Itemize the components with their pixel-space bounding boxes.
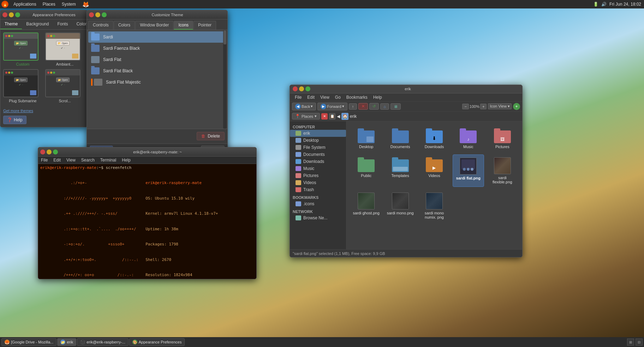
ubuntu-logo[interactable]: 🔥 bbox=[1, 1, 8, 8]
tab-theme[interactable]: Theme bbox=[0, 19, 22, 29]
ct-tab-icons[interactable]: Icons bbox=[174, 21, 193, 30]
ct-list-item-sardi[interactable]: Sardi bbox=[88, 31, 226, 43]
tab-background[interactable]: Background bbox=[22, 19, 53, 29]
taskbar-mozilla[interactable]: 🦊 [Google Drive - Mozilla... bbox=[1, 338, 56, 346]
term-menu-help[interactable]: Help bbox=[120, 157, 132, 163]
fm-zoom-in-btn[interactable]: + bbox=[480, 104, 487, 109]
taskbar-appearance[interactable]: 🎨 Appearance Preferences bbox=[129, 338, 185, 346]
terminal-min-btn[interactable] bbox=[47, 150, 52, 154]
fm-item-public[interactable]: Public bbox=[351, 154, 382, 187]
tab-fonts[interactable]: Fonts bbox=[53, 19, 72, 29]
taskbar-terminal[interactable]: ⬛ erik@erik-raspberry-... bbox=[77, 338, 129, 346]
fm-item-music[interactable]: ♪ Music bbox=[453, 126, 484, 152]
theme-ambiant[interactable]: 📂 Open ✓ · Ambiant... bbox=[45, 32, 84, 66]
fm-sidebar-trash[interactable]: Trash bbox=[290, 186, 346, 193]
ct-close-btn[interactable] bbox=[89, 12, 94, 17]
appearance-close-btn[interactable] bbox=[2, 12, 7, 17]
fm-sidebar-desktop[interactable]: Desktop bbox=[290, 137, 346, 144]
ct-list-item-flat[interactable]: Sardi Flat bbox=[88, 54, 226, 65]
fm-item-videos[interactable]: ▶ Videos bbox=[419, 154, 450, 187]
fm-menu-file[interactable]: File bbox=[293, 94, 304, 101]
ct-scrollbar[interactable] bbox=[223, 30, 227, 129]
taskbar-layout-btn-1[interactable]: ⊞ bbox=[627, 339, 634, 346]
fm-reload-btn[interactable]: ↺ bbox=[369, 103, 379, 110]
fm-item-documents[interactable]: Documents bbox=[384, 126, 416, 152]
fm-computer-btn[interactable]: 🖥 bbox=[390, 103, 401, 110]
system-menu[interactable]: System bbox=[59, 0, 79, 8]
term-menu-file[interactable]: File bbox=[40, 157, 49, 163]
places-dropdown[interactable]: ▾ bbox=[315, 114, 317, 118]
fm-home-btn[interactable]: ⌂ bbox=[380, 103, 389, 110]
appearance-help-btn[interactable]: ❓ Help bbox=[3, 116, 26, 124]
forward-dropdown-icon[interactable]: ▾ bbox=[342, 104, 344, 109]
fm-up-btn[interactable]: ↑ bbox=[349, 103, 357, 110]
fm-sidebar-icons[interactable]: .icons bbox=[290, 200, 346, 207]
tab-colors[interactable]: Colors bbox=[72, 19, 88, 29]
fm-menu-edit[interactable]: Edit bbox=[305, 94, 317, 101]
back-dropdown-icon[interactable]: ▾ bbox=[311, 104, 313, 109]
fm-item-pictures[interactable]: 🖼 Pictures bbox=[487, 126, 518, 152]
fm-sidebar-documents[interactable]: Documents bbox=[290, 151, 346, 158]
fm-sidebar-network[interactable]: Browse Ne... bbox=[290, 214, 346, 221]
fm-sidebar-downloads[interactable]: Downloads bbox=[290, 158, 346, 165]
ct-max-btn[interactable] bbox=[102, 12, 107, 17]
theme-custom[interactable]: 📂 Open ✓ · Custom bbox=[3, 32, 42, 66]
fm-sidebar-pictures[interactable]: Pictures bbox=[290, 172, 346, 179]
terminal-close-btn[interactable] bbox=[40, 150, 45, 154]
sidebar-network-icon bbox=[296, 215, 301, 220]
ct-tab-colors[interactable]: Colors bbox=[114, 21, 135, 30]
firefox-launcher[interactable]: 🦊 bbox=[79, 0, 92, 8]
fm-sidebar-videos[interactable]: Videos bbox=[290, 179, 346, 186]
fm-min-btn[interactable] bbox=[299, 86, 304, 91]
fm-back-btn[interactable]: ◀ Back ▾ bbox=[292, 103, 316, 110]
ct-tab-pointer[interactable]: Pointer bbox=[193, 21, 216, 30]
fm-item-desktop[interactable]: Desktop bbox=[351, 126, 382, 152]
term-menu-edit[interactable]: Edit bbox=[52, 157, 62, 163]
term-menu-terminal[interactable]: Terminal bbox=[99, 157, 118, 163]
theme-plug-sub[interactable]: 📂 Open ✓ · Plug Submarine bbox=[3, 69, 42, 103]
fm-zoom-out-btn[interactable]: − bbox=[462, 104, 469, 109]
fm-forward-btn[interactable]: ▶ Forward ▾ bbox=[317, 103, 347, 110]
get-more-themes-link[interactable]: Get more themes bbox=[3, 109, 33, 113]
terminal-body[interactable]: erik@erik-raspberry-mate:~$ screenfetch … bbox=[38, 164, 256, 277]
appearance-min-btn[interactable] bbox=[9, 12, 14, 17]
fm-max-btn[interactable] bbox=[305, 86, 310, 91]
appearance-max-btn[interactable] bbox=[15, 12, 20, 17]
fm-sidebar-filesystem[interactable]: File System bbox=[290, 144, 346, 151]
fm-new-tab-icon[interactable]: + bbox=[513, 103, 520, 110]
fm-menu-bookmarks[interactable]: Bookmarks bbox=[344, 94, 370, 101]
fm-close-btn[interactable] bbox=[293, 86, 298, 91]
terminal-max-btn[interactable] bbox=[53, 150, 58, 154]
fm-stop-btn[interactable]: ✕ bbox=[358, 103, 368, 110]
fm-menu-help[interactable]: Help bbox=[371, 94, 384, 101]
ct-min-btn[interactable] bbox=[95, 12, 100, 17]
fm-item-sardi-mono[interactable]: sardi mono.png bbox=[384, 190, 416, 222]
term-menu-view[interactable]: View bbox=[65, 157, 77, 163]
fm-view-select[interactable]: Icon View ▾ bbox=[488, 103, 512, 109]
ct-list-item-flat-majestic[interactable]: Sardi Flat Majestic bbox=[88, 77, 226, 88]
taskbar-filemanager[interactable]: 📁 erik bbox=[57, 338, 76, 346]
ct-list-item-flat-black[interactable]: Sardi Flat Black bbox=[88, 65, 226, 77]
taskbar-layout-btn-2[interactable]: ⊟ bbox=[636, 339, 643, 346]
fm-sidebar-music[interactable]: Music bbox=[290, 165, 346, 172]
fm-places-btn[interactable]: 📍 Places ▾ bbox=[292, 113, 320, 120]
ct-delete-btn[interactable]: 🗑 Delete bbox=[197, 132, 225, 140]
fm-close-places-btn[interactable]: ✕ bbox=[321, 113, 328, 120]
fm-sidebar-erik[interactable]: erik bbox=[290, 130, 346, 137]
term-menu-search[interactable]: Search bbox=[80, 157, 96, 163]
fm-item-sardi-flat[interactable]: sardi flat.png bbox=[453, 154, 484, 187]
places-menu[interactable]: Places bbox=[40, 0, 58, 8]
fm-item-sardi-flexible[interactable]: sardi flexible.png bbox=[487, 154, 518, 187]
fm-item-sardi-ghost[interactable]: sardi ghost.png bbox=[351, 190, 382, 222]
applications-menu[interactable]: Applications bbox=[11, 0, 39, 8]
fm-item-downloads[interactable]: ⬇ Downloads bbox=[419, 126, 450, 152]
fm-item-sardi-mono-numix[interactable]: sardi mono numix. png bbox=[419, 190, 450, 222]
ct-tab-window-border[interactable]: Window Border bbox=[135, 21, 173, 30]
theme-scrol[interactable]: 📂 Open ✓ · Scrol... bbox=[45, 69, 84, 103]
ct-tab-controls[interactable]: Controls bbox=[88, 21, 113, 30]
fm-menu-view[interactable]: View bbox=[318, 94, 332, 101]
fm-menu-go[interactable]: Go bbox=[333, 94, 343, 101]
fm-path-toggle[interactable]: 📋 bbox=[329, 113, 335, 120]
ct-list-item-faenza[interactable]: Sardi Faenza Black bbox=[88, 43, 226, 54]
fm-item-templates[interactable]: Templates bbox=[384, 154, 416, 187]
